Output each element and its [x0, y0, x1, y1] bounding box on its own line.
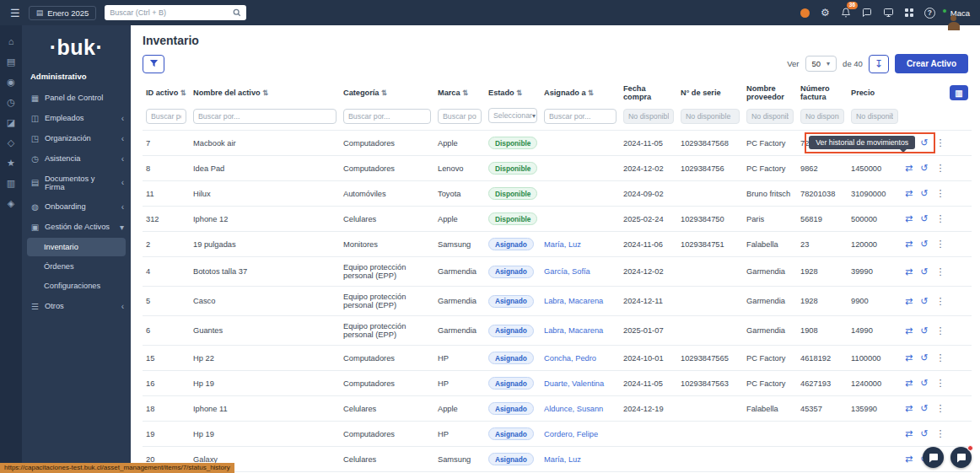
chat-square-icon[interactable] [862, 8, 872, 18]
kebab-menu-icon[interactable]: ⋮ [935, 137, 945, 148]
sync-icon[interactable]: ⇄ [905, 352, 913, 363]
sidebar-item-otros[interactable]: ☰Otros‹ [22, 296, 131, 316]
filter-input[interactable] [193, 109, 337, 124]
grid-icon[interactable]: ▥ [7, 179, 15, 188]
sidebar-item-onboarding[interactable]: ◍Onboarding‹ [22, 196, 131, 217]
sync-icon[interactable]: ⇄ [905, 325, 913, 336]
user-menu[interactable]: Maca [946, 8, 970, 18]
chart-icon[interactable]: ◪ [7, 118, 15, 127]
column-header-categoria[interactable]: Categoría ⇅ [340, 80, 434, 105]
history-icon[interactable]: ↺ [920, 213, 928, 223]
sidebar-item-empleados[interactable]: ◫Empleados‹ [22, 108, 131, 128]
star-icon[interactable]: ★ [7, 159, 15, 168]
filter-toggle-button[interactable] [143, 55, 164, 73]
period-selector[interactable]: ▤ Enero 2025 [29, 6, 97, 20]
table-row[interactable]: 312Iphone 12CelularesAppleDisponible2025… [143, 207, 972, 232]
column-header-estado[interactable]: Estado ⇅ [485, 80, 541, 105]
clipboard-icon[interactable]: ▤ [7, 57, 15, 67]
assigned-user-link[interactable]: Aldunce, Susann [544, 405, 603, 413]
sync-icon[interactable]: ⇄ [905, 266, 913, 277]
table-row[interactable]: 11HiluxAutomóvilesToyotaDisponible2024-0… [143, 181, 972, 207]
help-icon[interactable]: ? [924, 8, 935, 19]
sort-icon[interactable]: ⇅ [588, 89, 594, 97]
assigned-user-link[interactable]: García, Sofía [544, 267, 590, 276]
sidebar-subitem-configuraciones[interactable]: Configuraciones [27, 277, 126, 295]
filter-input[interactable] [146, 109, 186, 124]
filter-input[interactable] [438, 109, 482, 124]
coin-icon[interactable]: ◉ [7, 78, 15, 87]
table-row[interactable]: 219 pulgadasMonitoresSamsungAsignadoMarí… [143, 232, 972, 257]
kebab-menu-icon[interactable]: ⋮ [935, 188, 945, 198]
table-row[interactable]: 4Bototos talla 37Equipo protección perso… [143, 257, 972, 287]
history-icon[interactable]: ↺ [920, 352, 928, 363]
kebab-menu-icon[interactable]: ⋮ [935, 213, 945, 223]
sort-icon[interactable]: ⇅ [180, 89, 186, 97]
history-icon[interactable]: ↺ [920, 378, 928, 388]
column-settings-button[interactable]: ▥ [950, 85, 968, 100]
hamburger-menu-icon[interactable]: ☰ [10, 7, 20, 19]
table-row[interactable]: 15Hp 22ComputadoresHPAsignadoConcha, Ped… [143, 346, 972, 371]
assigned-user-link[interactable]: Labra, Macarena [544, 297, 603, 305]
assigned-user-link[interactable]: Cordero, Felipe [544, 430, 598, 438]
download-button[interactable]: ↧ [869, 55, 889, 73]
sidebar-item-gestion-de-activos[interactable]: ▣Gestión de Activos▾ [22, 217, 131, 237]
history-icon[interactable]: ↺ [920, 403, 928, 413]
table-row[interactable]: 5CascoEquipo protección personal (EPP)Ga… [143, 287, 972, 316]
history-icon[interactable]: ↺ [920, 325, 928, 336]
table-row[interactable]: 6GuantesEquipo protección personal (EPP)… [143, 316, 972, 346]
kebab-menu-icon[interactable]: ⋮ [935, 403, 945, 413]
assigned-user-link[interactable]: Concha, Pedro [544, 354, 596, 363]
sort-icon[interactable]: ⇅ [262, 89, 268, 97]
table-row[interactable]: 20GalaxyCelularesSamsungAsignadoMaría, L… [143, 447, 972, 472]
sidebar-item-asistencia[interactable]: ◷Asistencia‹ [22, 148, 131, 169]
history-icon[interactable]: ↺ [920, 239, 928, 249]
sidebar-subitem-ordenes[interactable]: Órdenes [27, 257, 126, 276]
history-icon[interactable]: ↺ [920, 188, 928, 198]
search-input[interactable] [110, 8, 229, 17]
monitor-icon[interactable] [883, 8, 894, 18]
history-icon[interactable]: ↺ [920, 266, 928, 277]
table-row[interactable]: 19Hp 19ComputadoresHPAsignadoCordero, Fe… [143, 422, 972, 447]
kebab-menu-icon[interactable]: ⋮ [935, 239, 945, 249]
sort-icon[interactable]: ⇅ [516, 89, 522, 97]
sidebar-item-panel-de-control[interactable]: ▦Panel de Control [22, 88, 131, 108]
table-row[interactable]: 16Hp 19ComputadoresHPAsignadoDuarte, Val… [143, 371, 972, 396]
column-header-asignado-a[interactable]: Asignado a ⇅ [541, 80, 620, 105]
table-row[interactable]: 18Iphone 11CelularesAppleAsignadoAldunce… [143, 396, 972, 422]
diamond-icon[interactable]: ◇ [8, 138, 14, 148]
sync-icon[interactable]: ⇄ [905, 188, 913, 198]
column-header-nombre-del-activo[interactable]: Nombre del activo ⇅ [190, 80, 340, 105]
gem-icon[interactable]: ◈ [8, 199, 14, 208]
assigned-user-link[interactable]: María, Luz [544, 240, 581, 249]
sort-icon[interactable]: ⇅ [462, 89, 468, 97]
home-icon[interactable]: ⌂ [8, 37, 14, 46]
chat-button[interactable] [950, 447, 972, 468]
announcement-icon[interactable] [800, 8, 810, 18]
notifications-bell-icon[interactable]: 36 [841, 8, 851, 18]
kebab-menu-icon[interactable]: ⋮ [935, 352, 945, 363]
sync-icon[interactable]: ⇄ [905, 428, 913, 438]
assigned-user-link[interactable]: Duarte, Valentina [544, 379, 604, 388]
sidebar-subitem-inventario[interactable]: Inventario [27, 238, 126, 256]
apps-grid-icon[interactable] [905, 8, 913, 17]
sync-icon[interactable]: ⇄ [905, 213, 913, 223]
table-row[interactable]: 8Idea PadComputadoresLenovoDisponible202… [143, 156, 972, 181]
kebab-menu-icon[interactable]: ⋮ [935, 428, 945, 438]
sync-icon[interactable]: ⇄ [905, 454, 913, 464]
filter-select-estado[interactable]: Seleccionar▾ [488, 108, 537, 123]
create-asset-button[interactable]: Crear Activo [895, 54, 968, 73]
history-icon[interactable]: ↺ [920, 296, 928, 306]
sync-icon[interactable]: ⇄ [905, 403, 913, 413]
filter-input[interactable] [544, 109, 617, 124]
assigned-user-link[interactable]: María, Luz [544, 455, 581, 464]
kebab-menu-icon[interactable]: ⋮ [935, 266, 945, 277]
sync-icon[interactable]: ⇄ [905, 239, 913, 249]
page-size-select[interactable]: 50 ▾ [805, 56, 837, 72]
kebab-menu-icon[interactable]: ⋮ [935, 296, 945, 306]
sidebar-item-organizacion[interactable]: ◳Organización‹ [22, 128, 131, 148]
clock-icon[interactable]: ◷ [7, 98, 15, 107]
sort-icon[interactable]: ⇅ [381, 89, 387, 97]
history-icon[interactable]: ↺ [920, 428, 928, 438]
settings-gear-icon[interactable]: ⚙ [821, 8, 830, 18]
history-icon[interactable]: ↺ [920, 163, 928, 173]
